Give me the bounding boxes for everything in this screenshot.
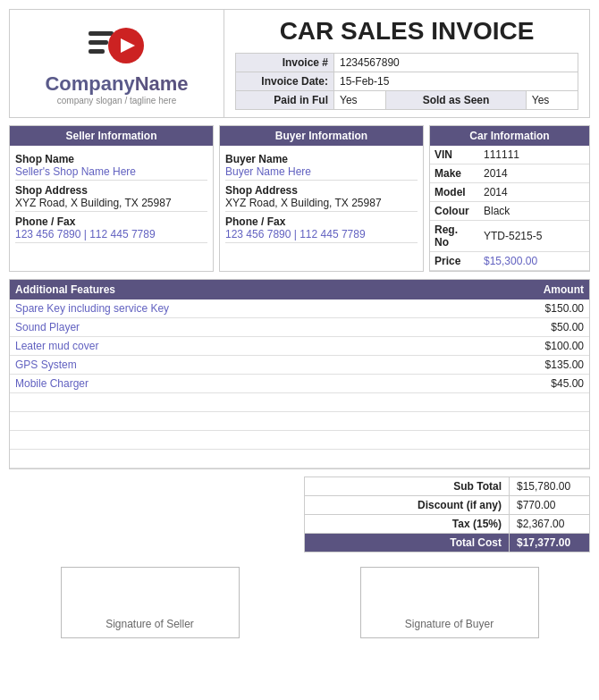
feature-name-7: [15, 434, 494, 446]
invoice-info: CAR SALES INVOICE Invoice # 1234567890 I…: [224, 10, 589, 117]
car-colour-value: Black: [479, 202, 589, 221]
car-make-label: Make: [430, 164, 479, 183]
discount-label: Discount (if any): [305, 496, 510, 515]
total-label: Total Cost: [305, 534, 510, 552]
feature-row-7: [10, 431, 589, 450]
seller-panel: Seller Information Shop Name Seller's Sh…: [9, 125, 214, 272]
buyer-phone-label: Phone / Fax: [225, 215, 418, 228]
svg-rect-1: [89, 40, 108, 45]
car-make-value: 2014: [479, 164, 589, 183]
buyer-address-label: Shop Address: [225, 184, 418, 197]
car-colour-label: Colour: [430, 202, 479, 221]
seller-phone-value: 123 456 7890 | 112 445 7789: [15, 228, 207, 243]
feature-amount-3: $135.00: [494, 358, 584, 371]
feature-name-5: [15, 396, 494, 409]
buyer-signature-label: Signature of Buyer: [405, 618, 494, 630]
feature-name-8: [15, 452, 494, 465]
invoice-number-value: 1234567890: [334, 54, 578, 72]
seller-name-value: Seller's Shop Name Here: [15, 165, 207, 181]
feature-name-1: Sound Player: [15, 321, 494, 333]
seller-address-label: Shop Address: [15, 184, 207, 197]
paid-in-full-value: Yes: [334, 91, 386, 110]
invoice-date-value: 15-Feb-15: [334, 72, 578, 91]
buyer-name-value: Buyer Name Here: [225, 165, 418, 181]
features-header: Additional Features Amount: [10, 280, 589, 299]
tax-value: $2,367.00: [510, 515, 590, 534]
car-price-row: Price $15,300.00: [430, 252, 589, 271]
car-vin-row: VIN 111111: [430, 146, 589, 164]
car-model-row: Model 2014: [430, 183, 589, 202]
features-section: Additional Features Amount Spare Key inc…: [9, 279, 590, 469]
seller-signature-box: Signature of Seller: [61, 567, 240, 638]
seller-panel-header: Seller Information: [10, 126, 213, 146]
logo-wrap: [87, 22, 148, 78]
totals-section: Sub Total $15,780.00 Discount (if any) $…: [9, 477, 590, 552]
car-panel-header: Car Information: [430, 126, 589, 146]
signatures-section: Signature of Seller Signature of Buyer: [9, 567, 590, 638]
car-panel: Car Information VIN 111111 Make 2014 Mod…: [429, 125, 590, 272]
company-name: CompanyName: [45, 72, 188, 95]
buyer-panel: Buyer Information Buyer Name Buyer Name …: [219, 125, 424, 272]
feature-row-4: Mobile Charger$45.00: [10, 375, 589, 393]
feature-name-4: Mobile Charger: [15, 377, 494, 390]
feature-amount-1: $50.00: [494, 321, 584, 333]
buyer-signature-box: Signature of Buyer: [360, 567, 539, 638]
company-logo-section: CompanyName company slogan / tagline her…: [10, 10, 224, 117]
features-col-name: Additional Features: [15, 283, 494, 296]
discount-value: $770.00: [510, 496, 590, 515]
feature-row-1: Sound Player$50.00: [10, 318, 589, 337]
car-vin-label: VIN: [430, 146, 479, 164]
sold-as-seen-value: Yes: [526, 91, 578, 110]
paid-row: Paid in Ful Yes Sold as Seen Yes: [236, 91, 578, 110]
features-rows: Spare Key including service Key$150.00So…: [10, 299, 589, 468]
sold-as-seen-label: Sold as Seen: [386, 91, 527, 110]
feature-amount-2: $100.00: [494, 340, 584, 352]
car-reg-row: Reg. No YTD-5215-5: [430, 221, 589, 252]
paid-in-full-label: Paid in Ful: [236, 91, 334, 110]
car-vin-value: 111111: [479, 146, 589, 164]
invoice-number-label: Invoice #: [236, 54, 334, 72]
buyer-phone-value: 123 456 7890 | 112 445 7789: [225, 228, 418, 243]
feature-name-2: Leater mud cover: [15, 340, 494, 352]
feature-row-6: [10, 412, 589, 431]
feature-row-3: GPS System$135.00: [10, 356, 589, 375]
features-col-amount: Amount: [494, 283, 584, 296]
feature-row-5: [10, 393, 589, 412]
info-panels: Seller Information Shop Name Seller's Sh…: [9, 125, 590, 272]
feature-amount-8: [494, 452, 584, 465]
svg-rect-0: [89, 31, 114, 36]
subtotal-value: $15,780.00: [510, 477, 590, 496]
total-row: Total Cost $17,377.00: [305, 534, 590, 552]
totals-table: Sub Total $15,780.00 Discount (if any) $…: [304, 477, 590, 552]
feature-amount-6: [494, 415, 584, 427]
car-price-value: $15,300.00: [479, 252, 589, 271]
buyer-signature-container: Signature of Buyer: [360, 567, 539, 638]
tax-row: Tax (15%) $2,367.00: [305, 515, 590, 534]
car-model-value: 2014: [479, 183, 589, 202]
company-slogan: company slogan / tagline here: [45, 96, 188, 105]
invoice-date-label: Invoice Date:: [236, 72, 334, 91]
discount-row: Discount (if any) $770.00: [305, 496, 590, 515]
buyer-panel-header: Buyer Information: [220, 126, 423, 146]
seller-name-label: Shop Name: [15, 153, 207, 165]
seller-address-value: XYZ Road, X Building, TX 25987: [15, 197, 207, 212]
buyer-address-value: XYZ Road, X Building, TX 25987: [225, 197, 418, 212]
buyer-panel-body: Buyer Name Buyer Name Here Shop Address …: [220, 146, 423, 247]
feature-row-2: Leater mud cover$100.00: [10, 337, 589, 356]
feature-row-8: [10, 450, 589, 468]
invoice-title: CAR SALES INVOICE: [235, 17, 578, 46]
invoice-date-row: Invoice Date: 15-Feb-15: [236, 72, 578, 91]
car-model-label: Model: [430, 183, 479, 202]
feature-amount-0: $150.00: [494, 302, 584, 315]
svg-rect-2: [89, 49, 105, 54]
car-colour-row: Colour Black: [430, 202, 589, 221]
car-price-label: Price: [430, 252, 479, 271]
company-name-part2: Name: [135, 72, 189, 95]
feature-amount-7: [494, 434, 584, 446]
car-make-row: Make 2014: [430, 164, 589, 183]
buyer-name-label: Buyer Name: [225, 153, 418, 165]
feature-name-6: [15, 415, 494, 427]
seller-panel-body: Shop Name Seller's Shop Name Here Shop A…: [10, 146, 213, 247]
car-reg-value: YTD-5215-5: [479, 221, 589, 252]
invoice-number-row: Invoice # 1234567890: [236, 54, 578, 72]
